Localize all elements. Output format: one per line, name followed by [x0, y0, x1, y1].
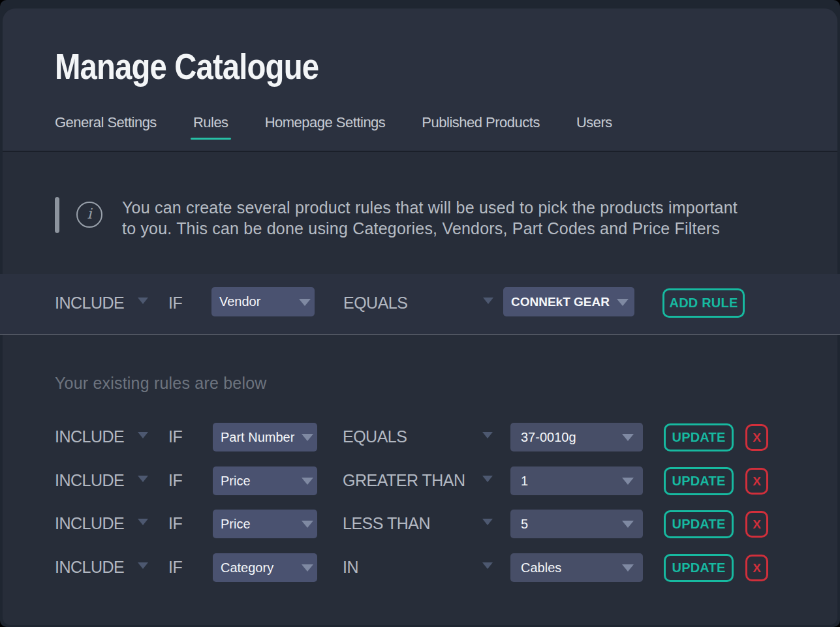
- rule3-action-label[interactable]: INCLUDE: [55, 514, 124, 533]
- rule2-field-chevron-icon: [302, 478, 313, 485]
- card-header: Manage Catalogue General Settings Rules …: [3, 8, 837, 152]
- rule-row-3: INCLUDE IF Price LESS THAN 5 UPDATE X: [3, 510, 837, 538]
- page-background: Manage Catalogue General Settings Rules …: [0, 0, 840, 627]
- builder-operator-chevron-icon[interactable]: [483, 298, 493, 304]
- rule4-if-label: IF: [168, 558, 182, 577]
- app-window: Manage Catalogue General Settings Rules …: [0, 0, 840, 627]
- rule3-value-text: 5: [521, 517, 528, 532]
- rule2-field-value: Price: [221, 474, 251, 489]
- rule3-operator-chevron-icon[interactable]: [482, 519, 493, 525]
- rule1-action-chevron-icon[interactable]: [138, 432, 148, 438]
- info-text: You can create several product rules tha…: [122, 197, 738, 239]
- info-text-line1: You can create several product rules tha…: [122, 197, 738, 218]
- info-i-glyph: i: [87, 207, 91, 221]
- add-rule-button[interactable]: ADD RULE: [662, 288, 745, 318]
- rule1-field-chevron-icon: [302, 434, 313, 441]
- rule3-field-chevron-icon: [302, 521, 313, 528]
- rule4-value-chevron-icon: [622, 564, 634, 572]
- builder-field-select[interactable]: Vendor: [211, 287, 315, 316]
- builder-field-chevron-icon: [299, 299, 311, 306]
- info-text-line2: to you. This can be done using Categorie…: [122, 218, 738, 239]
- builder-if-label: IF: [168, 294, 182, 313]
- builder-action-label[interactable]: INCLUDE: [55, 294, 124, 313]
- rule1-if-label: IF: [168, 427, 182, 446]
- rule-row-1: INCLUDE IF Part Number EQUALS 37-0010g U…: [3, 423, 837, 451]
- builder-value-chevron-icon: [617, 299, 629, 306]
- builder-value-text: CONNEkT GEAR: [511, 295, 610, 309]
- rule2-action-chevron-icon[interactable]: [138, 476, 148, 482]
- builder-value-select[interactable]: CONNEkT GEAR: [503, 287, 634, 316]
- rule4-field-select[interactable]: Category: [213, 553, 317, 582]
- tab-published-products[interactable]: Published Products: [422, 113, 540, 132]
- rule4-field-value: Category: [221, 560, 273, 575]
- page-title: Manage Catalogue: [55, 46, 319, 87]
- info-circle-icon: i: [76, 202, 102, 228]
- rule4-action-chevron-icon[interactable]: [138, 562, 148, 569]
- rule4-field-chevron-icon: [302, 564, 313, 572]
- rule4-value-select[interactable]: Cables: [510, 553, 643, 582]
- rule2-if-label: IF: [168, 471, 182, 490]
- rule4-delete-button[interactable]: X: [745, 555, 768, 581]
- rule1-field-select[interactable]: Part Number: [213, 423, 317, 451]
- rule1-update-button[interactable]: UPDATE: [664, 423, 734, 451]
- rule4-update-button[interactable]: UPDATE: [664, 554, 734, 582]
- rule-builder-band: INCLUDE IF Vendor EQUALS CONNEkT GEAR AD…: [0, 274, 840, 335]
- rule1-value-select[interactable]: 37-0010g: [510, 423, 643, 451]
- builder-operator-label[interactable]: EQUALS: [343, 294, 407, 313]
- rule-row-4: INCLUDE IF Category IN Cables UPDATE X: [3, 553, 837, 582]
- tab-users[interactable]: Users: [576, 113, 612, 132]
- rule4-action-label[interactable]: INCLUDE: [55, 558, 124, 577]
- rule1-operator-label[interactable]: EQUALS: [343, 427, 407, 446]
- tab-general-settings[interactable]: General Settings: [55, 113, 157, 132]
- rule1-delete-button[interactable]: X: [745, 424, 768, 451]
- rule4-operator-chevron-icon[interactable]: [482, 562, 493, 569]
- info-callout: i You can create several product rules t…: [55, 197, 738, 239]
- builder-action-chevron-icon[interactable]: [138, 298, 148, 304]
- rule2-field-select[interactable]: Price: [213, 466, 317, 495]
- rule1-field-value: Part Number: [221, 430, 294, 445]
- builder-field-value: Vendor: [219, 294, 260, 309]
- rule2-update-button[interactable]: UPDATE: [664, 467, 734, 495]
- rule3-value-select[interactable]: 5: [510, 510, 643, 538]
- rule2-value-select[interactable]: 1: [510, 466, 643, 495]
- rule3-operator-label[interactable]: LESS THAN: [343, 514, 430, 533]
- rule3-field-select[interactable]: Price: [213, 510, 317, 538]
- rule-row-2: INCLUDE IF Price GREATER THAN 1 UPDATE X: [3, 466, 837, 495]
- rule2-value-text: 1: [521, 474, 528, 489]
- tab-homepage-settings[interactable]: Homepage Settings: [265, 113, 386, 132]
- rule3-update-button[interactable]: UPDATE: [664, 510, 734, 538]
- info-accent-bar: [55, 197, 59, 233]
- tab-rules[interactable]: Rules: [193, 113, 228, 132]
- rule1-value-text: 37-0010g: [521, 430, 576, 445]
- rule3-if-label: IF: [168, 514, 182, 533]
- rule2-action-label[interactable]: INCLUDE: [55, 471, 124, 490]
- rule4-operator-label[interactable]: IN: [343, 558, 358, 577]
- rule3-delete-button[interactable]: X: [745, 511, 768, 538]
- rule1-value-chevron-icon: [622, 434, 634, 441]
- rule2-operator-chevron-icon[interactable]: [482, 476, 493, 482]
- rule2-value-chevron-icon: [622, 478, 634, 485]
- rule1-operator-chevron-icon[interactable]: [482, 432, 493, 438]
- rule2-operator-label[interactable]: GREATER THAN: [343, 471, 465, 490]
- tab-bar: General Settings Rules Homepage Settings…: [55, 113, 649, 132]
- existing-rules-heading: Your existing rules are below: [55, 374, 267, 393]
- rule3-action-chevron-icon[interactable]: [138, 519, 148, 525]
- rule4-value-text: Cables: [521, 560, 561, 575]
- rule3-field-value: Price: [221, 517, 251, 532]
- rule2-delete-button[interactable]: X: [745, 468, 768, 495]
- rule3-value-chevron-icon: [622, 521, 634, 528]
- rule1-action-label[interactable]: INCLUDE: [55, 427, 124, 446]
